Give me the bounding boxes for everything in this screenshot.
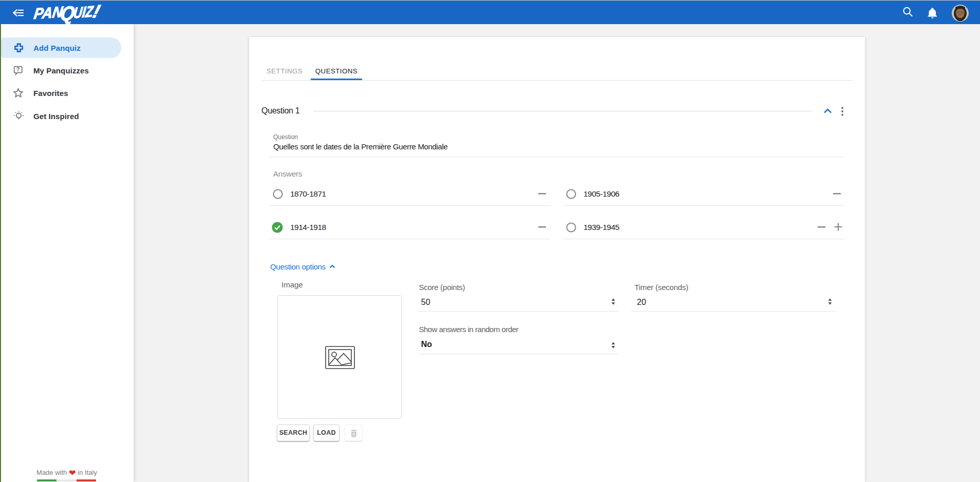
- svg-text:?: ?: [16, 66, 20, 72]
